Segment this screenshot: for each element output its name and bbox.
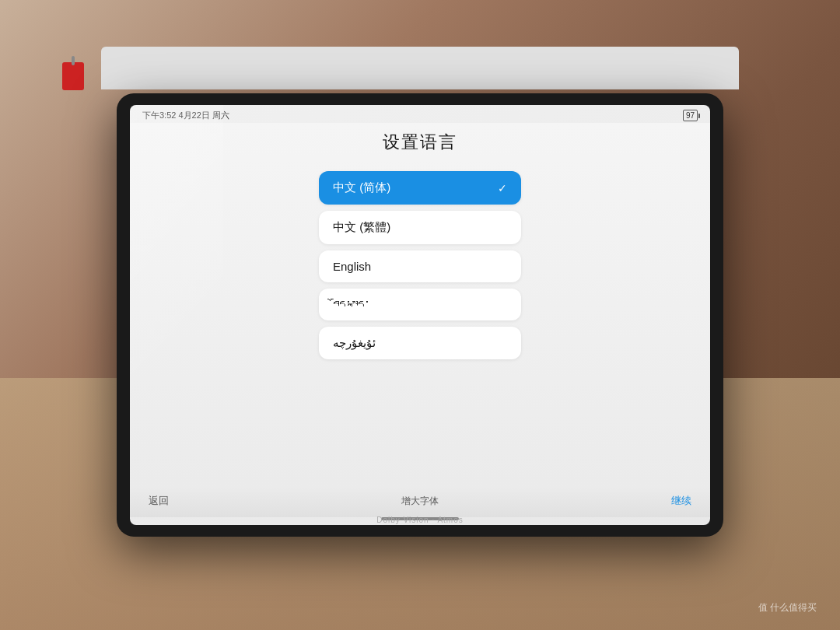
language-item-ug[interactable]: ئۇيغۇرچە bbox=[319, 327, 521, 359]
status-bar: 下午3:52 4月22日 周六 97 bbox=[130, 105, 710, 123]
tablet-screen: 下午3:52 4月22日 周六 97 设置语言 中文 (简体)✓中文 (繁體)E… bbox=[130, 105, 710, 525]
language-item-zh-hans[interactable]: 中文 (简体)✓ bbox=[319, 171, 521, 205]
dolby-label: Dolby Vision · Atmos bbox=[376, 516, 464, 524]
check-icon-zh-hans: ✓ bbox=[498, 182, 507, 194]
bottom-bar: 返回 增大字体 继续 bbox=[130, 488, 710, 517]
status-time: 下午3:52 4月22日 周六 bbox=[142, 110, 229, 121]
page-title: 设置语言 bbox=[383, 131, 457, 154]
red-tag-decoration bbox=[62, 62, 84, 90]
language-item-en[interactable]: English bbox=[319, 250, 521, 282]
screen-content: 设置语言 中文 (简体)✓中文 (繁體)Englishབོད་སྐད་ئۇيغۇ… bbox=[130, 123, 710, 488]
status-battery: 97 bbox=[683, 110, 698, 121]
language-label-en: English bbox=[333, 260, 371, 273]
language-item-zh-hant[interactable]: 中文 (繁體) bbox=[319, 211, 521, 244]
font-size-label: 增大字体 bbox=[401, 495, 439, 508]
continue-button[interactable]: 继续 bbox=[671, 494, 691, 508]
language-label-ug: ئۇيغۇرچە bbox=[333, 336, 376, 350]
language-label-bo: བོད་སྐད་ bbox=[333, 298, 370, 311]
language-label-zh-hant: 中文 (繁體) bbox=[333, 220, 390, 235]
packaging-box bbox=[101, 47, 739, 89]
back-button[interactable]: 返回 bbox=[149, 494, 169, 508]
tablet-device: 下午3:52 4月22日 周六 97 设置语言 中文 (简体)✓中文 (繁體)E… bbox=[117, 93, 723, 537]
language-label-zh-hans: 中文 (简体) bbox=[333, 180, 390, 195]
language-item-bo[interactable]: བོད་སྐད་ bbox=[319, 289, 521, 320]
site-watermark: 值 什么值得买 bbox=[758, 601, 817, 614]
language-list: 中文 (简体)✓中文 (繁體)Englishབོད་སྐད་ئۇيغۇرچە bbox=[319, 171, 521, 359]
